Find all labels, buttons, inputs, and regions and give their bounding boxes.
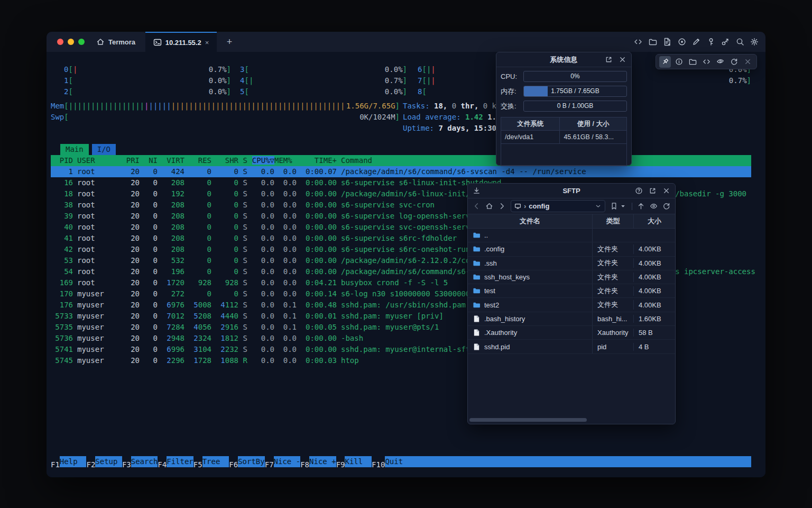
zoom-window-button[interactable] — [78, 39, 85, 45]
file-row[interactable]: test文件夹4.00KB — [468, 284, 675, 298]
swap-label: 交换: — [501, 102, 520, 111]
htop-tab-main[interactable]: Main — [60, 144, 89, 155]
log-icon[interactable] — [663, 38, 671, 46]
new-tab-button[interactable]: + — [222, 32, 237, 52]
swap-meter: Swp[0K/1024M] — [51, 112, 400, 123]
function-key-bar: F1Help F2Setup F3SearchF4FilterF5Tree F6… — [51, 456, 751, 467]
column-filename[interactable]: 文件名 — [468, 214, 593, 228]
process-table-header[interactable]: PIDUSERPRINIVIRTRESSHRSCPU%▽MEM%TIME+Com… — [51, 155, 751, 166]
file-size: 4 B — [634, 343, 675, 351]
file-row[interactable]: test2文件夹4.00KB — [468, 298, 675, 312]
back-icon[interactable] — [473, 202, 481, 210]
filesystem-table-header: 文件系统使用 / 大小 — [501, 117, 626, 131]
tab-ssh-label: 10.211.55.2 — [165, 39, 201, 47]
refresh-icon[interactable] — [728, 56, 740, 68]
file-row[interactable]: sshd.pidpid4 B — [468, 340, 675, 353]
search-icon[interactable] — [736, 38, 744, 46]
tasks-summary: Tasks: 18, 0 thr, 0 kthr — [403, 101, 510, 112]
edit-icon[interactable] — [692, 38, 700, 46]
path-input[interactable]: › config — [511, 200, 605, 212]
home-icon[interactable] — [485, 202, 493, 210]
file-row[interactable]: .ssh文件夹4.00KB — [468, 257, 675, 270]
open-in-window-icon[interactable] — [649, 187, 657, 195]
close-window-button[interactable] — [57, 39, 63, 45]
file-type: 文件夹 — [593, 273, 634, 282]
folder-icon[interactable] — [649, 38, 657, 46]
file-row[interactable]: ssh_host_keys文件夹4.00KB — [468, 270, 675, 284]
pin-icon[interactable] — [659, 56, 671, 68]
tab-ssh-session[interactable]: 10.211.55.2 × — [145, 32, 217, 52]
process-row[interactable]: 1root20042400S0.00.00:00.07/package/admi… — [51, 166, 751, 177]
fkey-F3[interactable]: F3Search — [122, 456, 158, 467]
folder-icon[interactable] — [687, 56, 698, 68]
close-panel-icon[interactable] — [662, 187, 670, 195]
fkey-F7[interactable]: F7Nice - — [265, 456, 300, 467]
fkey-F6[interactable]: F6SortBy — [229, 456, 264, 467]
file-row[interactable]: .config文件夹4.00KB — [468, 242, 675, 256]
file-list: ...config文件夹4.00KB.ssh文件夹4.00KBssh_host_… — [468, 229, 675, 354]
fkey-F9[interactable]: F9Kill — [336, 456, 372, 467]
chevron-down-icon — [595, 203, 602, 210]
file-row[interactable]: .XauthorityXauthority58 B — [468, 326, 675, 340]
record-icon[interactable] — [678, 38, 686, 46]
fkey-F2[interactable]: F2Setup — [86, 456, 122, 467]
swap-value: 0 B / 1.00GB — [524, 101, 626, 111]
file-name: test — [484, 287, 495, 295]
file-name: .bash_history — [484, 315, 525, 323]
cpu-meter-1: 1[0.0%] — [64, 75, 231, 86]
titlebar: Termora 10.211.55.2 × + — [47, 32, 765, 52]
path-segment: config — [529, 202, 549, 210]
scrollbar-thumb[interactable] — [469, 418, 587, 422]
cpu-progressbar: 0% — [523, 71, 627, 82]
code-icon[interactable] — [634, 38, 642, 46]
keychain-icon[interactable] — [721, 38, 730, 46]
file-size: 4.00KB — [634, 287, 675, 295]
bookmark-caret-icon[interactable] — [619, 202, 627, 210]
show-hidden-icon[interactable] — [650, 202, 658, 210]
key-icon[interactable] — [707, 38, 715, 46]
sftp-toolbar: › config — [468, 198, 675, 214]
sftp-titlebar: SFTP — [468, 184, 675, 198]
help-icon[interactable] — [635, 187, 643, 195]
close-tab-icon[interactable]: × — [205, 39, 209, 47]
fkey-F10[interactable]: F10Quit — [372, 456, 412, 467]
file-type: 文件夹 — [593, 286, 634, 296]
file-row[interactable]: .bash_historybash_hi...1.60KB — [468, 312, 675, 326]
file-type: pid — [593, 343, 634, 351]
open-in-window-icon[interactable] — [605, 56, 613, 64]
settings-icon[interactable] — [750, 38, 759, 46]
close-panel-icon[interactable] — [619, 56, 626, 64]
file-table-header[interactable]: 文件名 类型 大小 — [468, 214, 675, 229]
fkey-F8[interactable]: F8Nice + — [300, 456, 336, 467]
refresh-icon[interactable] — [662, 202, 670, 210]
minimize-window-button[interactable] — [68, 39, 74, 45]
fkey-F5[interactable]: F5Tree — [193, 456, 229, 467]
file-row[interactable]: .. — [468, 229, 675, 242]
folder-icon — [473, 245, 481, 253]
app-window: Termora 10.211.55.2 × + 0[|0.7%]1[0.0%]2… — [47, 32, 765, 477]
fkey-F1[interactable]: F1Help — [51, 456, 86, 467]
htop-tab-io[interactable]: I/O — [92, 144, 116, 155]
memory-label: 内存: — [501, 87, 520, 96]
tab-termora[interactable]: Termora — [96, 32, 135, 52]
column-type[interactable]: 类型 — [593, 214, 634, 228]
file-type: 文件夹 — [593, 258, 634, 268]
close-icon[interactable] — [742, 56, 753, 68]
file-type: 文件夹 — [593, 244, 634, 254]
file-size: 4.00KB — [634, 273, 675, 281]
titlebar-actions — [634, 32, 759, 52]
folder-icon — [473, 287, 481, 295]
file-size: 1.60KB — [634, 315, 675, 323]
horizontal-scrollbar[interactable] — [469, 418, 587, 422]
up-directory-icon[interactable] — [637, 202, 645, 210]
code-icon[interactable] — [700, 56, 712, 68]
info-icon[interactable] — [673, 56, 685, 68]
bookmark-icon[interactable] — [610, 202, 618, 210]
fkey-F4[interactable]: F4Filter — [158, 456, 193, 467]
sftp-panel: SFTP › config 文件名 — [467, 183, 676, 424]
forward-icon[interactable] — [498, 202, 506, 210]
cpu-meter-2: 2[0.0%] — [64, 86, 231, 97]
fkey-bar-filler — [412, 456, 751, 467]
nvidia-icon[interactable] — [714, 56, 726, 68]
column-size[interactable]: 大小 — [634, 214, 675, 228]
